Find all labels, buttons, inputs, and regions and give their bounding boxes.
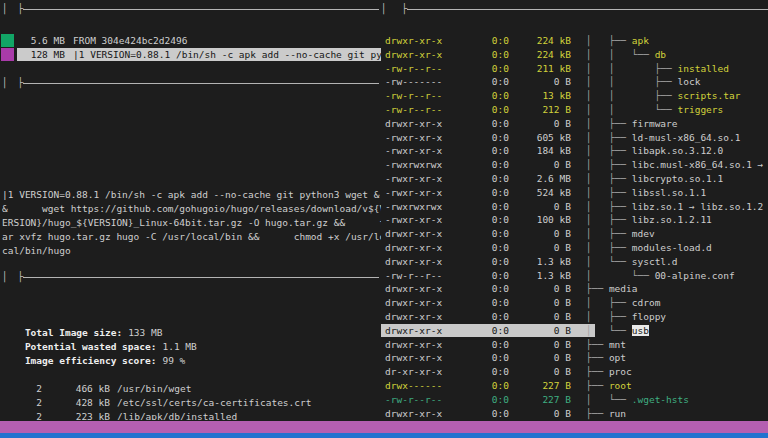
layer-row[interactable]: 5.6 MB FROM 304e424bc2d2496 (0, 34, 381, 48)
tree-branch-glyphs: │ ├── (586, 297, 632, 308)
file-uid-gid: 0:0 (461, 131, 509, 145)
file-uid-gid: 0:0 (461, 338, 509, 352)
filetree-row[interactable]: -rwxr-xr-x 0:0 184 kB │ ├── libapk.so.3.… (381, 144, 768, 158)
file-name: libc.musl-x86_64.so.1 → (632, 159, 764, 170)
file-permission: drwxr-xr-x (385, 407, 442, 421)
file-name: cdrom (632, 297, 661, 308)
filetree-row[interactable]: drwxr-xr-x 0:0 1.3 kB │ └── sysctl.d (381, 255, 768, 269)
tree-branch-glyphs: │ │ └── (586, 49, 655, 60)
tree-branch-glyphs: │ ├── (586, 201, 632, 212)
filetree-row[interactable]: -rwxrwxrwx 0:0 0 B │ ├── libz.so.1 → lib… (381, 200, 768, 214)
filetree-row[interactable]: drwxr-xr-x 0:0 224 kB │ ├── apk (381, 34, 768, 48)
filetree-row[interactable]: drwxr-xr-x 0:0 0 B ├── mnt (381, 338, 768, 352)
file-tree-cell: │ ├── modules-load.d (586, 241, 768, 255)
file-size: 0 B (513, 365, 571, 379)
filetree-row[interactable]: drwxr-xr-x 0:0 0 B │ ├── cdrom (381, 296, 768, 310)
tree-branch-glyphs: ├── (586, 366, 609, 377)
file-uid-gid: 0:0 (461, 117, 509, 131)
file-permission: drwxr-xr-x (385, 282, 442, 296)
layer-compare-swatch (1, 34, 14, 47)
filetree-row[interactable]: -rwxr-xr-x 0:0 100 kB │ ├── libz.so.1.2.… (381, 213, 768, 227)
filetree-row[interactable]: drwxr-xr-x 0:0 0 B ├── run (381, 407, 768, 421)
file-tree-cell: │ ├── libz.so.1 → libz.so.1.2 (586, 200, 768, 214)
file-size: 0 B (513, 338, 571, 352)
image-detail-value: 99 % (162, 355, 185, 366)
digest-line (2, 146, 381, 160)
file-uid-gid: 0:0 (461, 62, 509, 76)
file-size: 0 B (513, 407, 571, 421)
file-tree-cell: │ └── .wget-hsts (586, 393, 768, 407)
file-tree-cell: │ └── usb (586, 324, 768, 338)
file-permission: -rwxr-xr-x (385, 131, 442, 145)
wasted-row[interactable]: 2 428 kB /etc/ssl/certs/ca-certificates.… (0, 396, 381, 410)
wasted-header-row (0, 368, 381, 382)
filetree-row[interactable]: -rw-r--r-- 0:0 1.3 kB │ └── 00-alpine.co… (381, 269, 768, 283)
layer-row[interactable]: 128 MB |1 VERSION=0.88.1 /bin/sh -c apk … (0, 48, 381, 62)
file-name: libz.so.1 → libz.so.1.2 (632, 201, 764, 212)
filetree-row[interactable]: drwxr-xr-x 0:0 0 B │ ├── firmware (381, 117, 768, 131)
file-name: libssl.so.1.1 (632, 187, 706, 198)
file-permission: drwxr-xr-x (385, 351, 442, 365)
filetree-row[interactable]: -rw------- 0:0 0 B │ │ ├── lock (381, 75, 768, 89)
file-name: usb (632, 325, 649, 336)
file-uid-gid: 0:0 (461, 172, 509, 186)
filetree-row[interactable]: -rwxr-xr-x 0:0 2.6 MB │ ├── libcrypto.so… (381, 172, 768, 186)
image-details-pane-header: │├ (2, 270, 379, 284)
filetree-row[interactable]: drwxr-xr-x 0:0 0 B │ ├── modules-load.d (381, 241, 768, 255)
filetree-row[interactable]: -rwxr-xr-x 0:0 524 kB │ ├── libssl.so.1.… (381, 186, 768, 200)
filetree-row[interactable]: -rw-r--r-- 0:0 227 B │ └── .wget-hsts (381, 393, 768, 407)
keybar-item-partial[interactable] (0, 421, 768, 433)
file-size: 227 B (513, 379, 571, 393)
filetree-row[interactable]: -rwxr-xr-x 0:0 605 kB │ ├── ld-musl-x86_… (381, 131, 768, 145)
filetree-row[interactable]: drwxr-xr-x 0:0 0 B ├── media (381, 282, 768, 296)
file-size: 0 B (513, 310, 571, 324)
file-uid-gid: 0:0 (461, 393, 509, 407)
filetree-row[interactable]: drwxr-xr-x 0:0 0 B │ ├── floppy (381, 310, 768, 324)
file-size: 0 B (513, 200, 571, 214)
file-name: ld-musl-x86_64.so.1 (632, 132, 741, 143)
tree-branch-glyphs: │ └── (586, 270, 655, 281)
border-line (23, 277, 379, 278)
file-uid-gid: 0:0 (461, 103, 509, 117)
wasted-space-table: 2 466 kB /usr/bin/wget 2 428 kB /etc/ssl… (0, 368, 381, 420)
filetree-row[interactable]: drwxr-xr-x 0:0 0 B ├── opt (381, 351, 768, 365)
id-line-wrap (2, 132, 381, 146)
tree-branch-glyphs: │ └── (586, 256, 632, 267)
file-size: 227 B (513, 393, 571, 407)
wasted-row[interactable]: 2 223 kB /lib/apk/db/installed (0, 410, 381, 420)
filetree-row[interactable]: drwxr-xr-x 0:0 0 B │ └── usb (381, 324, 768, 338)
tree-branch-glyphs: │ │ └── (586, 104, 678, 115)
file-tree-cell: │ ├── apk (586, 34, 768, 48)
file-permission: dr-xr-xr-x (385, 365, 442, 379)
tree-branch-glyphs: ├── (586, 283, 609, 294)
filetree-row[interactable]: drwx------ 0:0 227 B ├── root (381, 379, 768, 393)
file-uid-gid: 0:0 (461, 48, 509, 62)
filetree-row[interactable]: drwxr-xr-x 0:0 224 kB │ │ └── db (381, 48, 768, 62)
filetree-row[interactable]: -rw-r--r-- 0:0 13 kB │ │ ├── scripts.tar (381, 89, 768, 103)
wasted-row[interactable]: 2 466 kB /usr/bin/wget (0, 382, 381, 396)
wasted-path: /usr/bin/wget (117, 382, 191, 396)
file-tree-cell: │ │ ├── lock (586, 75, 768, 89)
filetree-row[interactable]: -rwxrwxrwx 0:0 0 B │ ├── libc.musl-x86_6… (381, 158, 768, 172)
file-name: .wget-hsts (632, 394, 689, 405)
tags-line (2, 104, 381, 118)
command-line: |1 VERSION=0.88.1 /bin/sh -c apk add --n… (2, 188, 381, 202)
file-size: 211 kB (513, 62, 571, 76)
file-tree-cell: │ ├── libz.so.1.2.11 (586, 213, 768, 227)
file-permission: drwxr-xr-x (385, 34, 442, 48)
file-tree-cell: │ ├── mdev (586, 227, 768, 241)
file-name: triggers (678, 104, 724, 115)
file-permission: drwxr-xr-x (385, 338, 442, 352)
file-permission: -rw-r--r-- (385, 89, 442, 103)
image-detail-label: Total Image size: (25, 327, 122, 338)
filetree-list: drwxr-xr-x 0:0 224 kB │ ├── apk drwxr-xr… (381, 34, 768, 420)
wasted-path: /etc/ssl/certs/ca-certificates.crt (117, 396, 311, 410)
filetree-row[interactable]: dr-xr-xr-x 0:0 0 B ├── proc (381, 365, 768, 379)
file-tree-cell: ├── proc (586, 365, 768, 379)
filetree-row[interactable]: drwxr-xr-x 0:0 0 B │ ├── mdev (381, 227, 768, 241)
tree-branch-glyphs: │ ├── (586, 242, 632, 253)
filetree-row[interactable]: -rw-r--r-- 0:0 212 B │ │ └── triggers (381, 103, 768, 117)
file-permission: -rw-r--r-- (385, 393, 442, 407)
file-permission: drwx------ (385, 379, 442, 393)
filetree-row[interactable]: -rw-r--r-- 0:0 211 kB │ │ ├── installed (381, 62, 768, 76)
